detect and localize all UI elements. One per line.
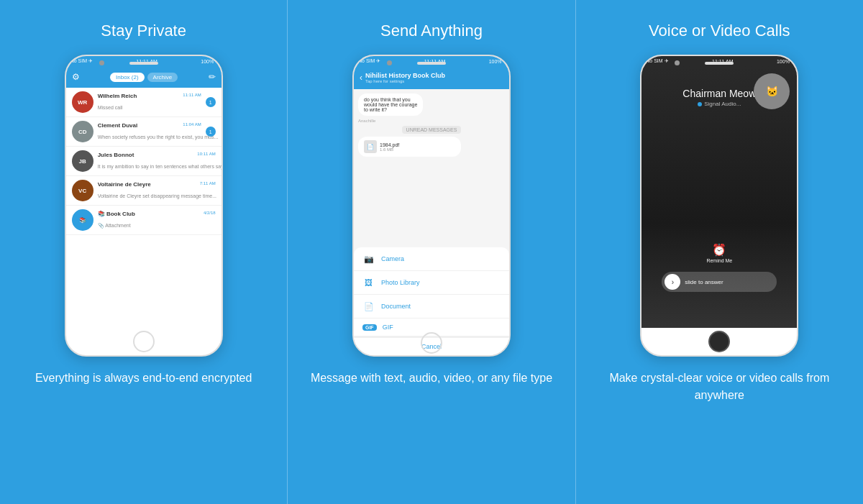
contact-name-1: Wilhelm Reich bbox=[98, 93, 137, 99]
panel1-title: Stay Private bbox=[101, 22, 186, 40]
inbox-row[interactable]: 📚 📚 Book Club 4/2/18 📎 Attachment bbox=[66, 206, 222, 235]
panel-stay-private: Stay Private No SIM ✈ 11:11 AM 100% ▪ ⚙ … bbox=[0, 0, 287, 504]
panel3-title: Voice or Video Calls bbox=[649, 22, 790, 40]
back-icon[interactable]: ‹ bbox=[360, 73, 362, 83]
file-icon: 📄 bbox=[364, 140, 377, 153]
status-right-3: 100% ▪ bbox=[777, 59, 793, 64]
photo-library-icon: 🖼 bbox=[362, 276, 375, 289]
row-content-1: Wilhelm Reich 11:11 AM Missed call bbox=[98, 93, 201, 112]
call-status: Signal Audio... bbox=[698, 101, 741, 107]
unread-divider: UNREAD MESSAGES bbox=[402, 126, 462, 134]
panel2-subtitle: Message with text, audio, video, or any … bbox=[311, 370, 552, 387]
contact-name-5: 📚 Book Club bbox=[98, 211, 135, 217]
contact-preview-1: Missed call bbox=[98, 105, 123, 110]
contact-name-4: Voltairine de Cleyre bbox=[98, 181, 151, 188]
badge-2: 1 bbox=[206, 127, 216, 137]
contact-time-2: 11:04 AM bbox=[183, 122, 201, 129]
contact-time-3: 10:11 AM bbox=[197, 152, 215, 158]
avatar-5: 📚 bbox=[72, 209, 93, 231]
action-photo-label: Photo Library bbox=[381, 279, 420, 286]
status-dot bbox=[698, 102, 702, 106]
inbox-tabs: Inbox (2) Archive bbox=[110, 73, 178, 82]
chat-name: Nihilist History Book Club bbox=[365, 72, 503, 79]
tab-inbox[interactable]: Inbox (2) bbox=[110, 73, 145, 82]
row-content-3: Jules Bonnot 10:11 AM It is my ambition … bbox=[98, 152, 216, 171]
phone-2: No SIM ✈ 11:11 AM 100% ▪ ‹ Nihilist Hist… bbox=[352, 55, 511, 357]
chat-title-area: Nihilist History Book Club Tap here for … bbox=[365, 72, 503, 83]
gif-badge: GIF bbox=[362, 324, 377, 331]
contact-preview-2: When society refuses you the right to ex… bbox=[98, 134, 219, 139]
call-screen: 🐱 Chairman Meow Signal Audio... ⏰ Remind… bbox=[641, 66, 797, 328]
panel-send-anything: Send Anything No SIM ✈ 11:11 AM 100% ▪ ‹… bbox=[287, 0, 575, 504]
action-camera[interactable]: 📷 Camera bbox=[354, 247, 509, 271]
panel1-subtitle: Everything is always end-to-end encrypte… bbox=[35, 370, 252, 387]
slide-button[interactable]: › bbox=[665, 274, 680, 290]
home-button-3[interactable] bbox=[708, 331, 730, 352]
phone-1: No SIM ✈ 11:11 AM 100% ▪ ⚙ Inbox (2) Arc… bbox=[65, 55, 223, 357]
panel3-subtitle: Make crystal-clear voice or video calls … bbox=[590, 370, 849, 404]
home-button-2[interactable] bbox=[421, 332, 442, 354]
slide-label: slide to answer bbox=[685, 279, 723, 285]
contact-name-2: Clement Duval bbox=[98, 122, 138, 129]
call-overlay: 🐱 Chairman Meow Signal Audio... ⏰ Remind… bbox=[641, 66, 797, 328]
status-right-2: 100% ▪ bbox=[489, 59, 505, 64]
remind-label: Remind Me bbox=[706, 258, 732, 263]
status-left-1: No SIM ✈ bbox=[70, 58, 93, 64]
panel2-title: Send Anything bbox=[380, 22, 483, 40]
alarm-icon: ⏰ bbox=[712, 243, 726, 257]
inbox-row[interactable]: JB Jules Bonnot 10:11 AM It is my ambiti… bbox=[66, 147, 222, 176]
contact-preview-3: It is my ambition to say in ten sentence… bbox=[98, 164, 222, 169]
settings-icon[interactable]: ⚙ bbox=[72, 72, 80, 82]
file-bubble: 📄 1984.pdf 1.6 MB bbox=[358, 137, 461, 157]
compose-icon[interactable]: ✏ bbox=[209, 72, 216, 82]
contact-preview-4: Voltairine de Cleyre set disappearing me… bbox=[98, 193, 216, 198]
inbox-header: ⚙ Inbox (2) Archive ✏ bbox=[66, 66, 222, 88]
caller-avatar: 🐱 bbox=[754, 73, 790, 109]
action-gif-label: GIF bbox=[383, 324, 393, 331]
row-content-4: Voltairine de Cleyre 7:11 AM Voltairine … bbox=[98, 181, 216, 201]
document-icon: 📄 bbox=[362, 300, 375, 313]
phone-3: No SIM ✈ 11:11 AM 100% ▪ 🐱 Chairman Meow… bbox=[640, 55, 798, 357]
call-status-label: Signal Audio... bbox=[704, 101, 741, 107]
contact-time-1: 11:11 AM bbox=[183, 93, 201, 99]
action-document[interactable]: 📄 Document bbox=[354, 295, 509, 319]
camera-icon: 📷 bbox=[362, 252, 375, 265]
chat-header: ‹ Nihilist History Book Club Tap here fo… bbox=[354, 66, 509, 89]
chat-bubble-received: do you think that youwould have the cour… bbox=[358, 93, 423, 116]
contact-preview-5: 📎 Attachment bbox=[98, 223, 131, 228]
panel-voice-video: Voice or Video Calls No SIM ✈ 11:11 AM 1… bbox=[576, 0, 863, 504]
tab-archive[interactable]: Archive bbox=[147, 73, 178, 82]
inbox-row[interactable]: VC Voltairine de Cleyre 7:11 AM Voltairi… bbox=[66, 176, 222, 206]
inbox-row[interactable]: WR Wilhelm Reich 11:11 AM Missed call 1 bbox=[66, 88, 222, 117]
attachment-label: Anachille bbox=[358, 119, 375, 123]
remind-me-section: ⏰ Remind Me bbox=[706, 243, 732, 263]
chat-subtitle: Tap here for settings bbox=[365, 79, 503, 83]
row-content-5: 📚 Book Club 4/2/18 📎 Attachment bbox=[98, 211, 216, 230]
slide-to-answer[interactable]: › slide to answer bbox=[662, 272, 777, 292]
inbox-row[interactable]: CD Clement Duval 11:04 AM When society r… bbox=[66, 117, 222, 147]
avatar-3: JB bbox=[72, 150, 93, 172]
action-photo-library[interactable]: 🖼 Photo Library bbox=[354, 271, 509, 295]
avatar-1: WR bbox=[72, 91, 93, 113]
contact-time-4: 7:11 AM bbox=[200, 181, 216, 188]
status-left-2: No SIM ✈ bbox=[358, 58, 380, 64]
action-camera-label: Camera bbox=[381, 255, 404, 262]
avatar-2: CD bbox=[72, 121, 93, 142]
home-button-1[interactable] bbox=[133, 331, 155, 352]
file-size: 1.6 MB bbox=[380, 147, 399, 152]
contact-time-5: 4/2/18 bbox=[204, 211, 216, 217]
inbox-list: WR Wilhelm Reich 11:11 AM Missed call 1 … bbox=[66, 88, 222, 328]
file-info: 1984.pdf 1.6 MB bbox=[380, 142, 399, 152]
status-right-1: 100% ▪ bbox=[201, 59, 216, 64]
status-left-3: No SIM ✈ bbox=[646, 58, 668, 64]
badge-1: 1 bbox=[206, 97, 216, 107]
caller-name: Chairman Meow bbox=[682, 88, 756, 99]
contact-name-3: Jules Bonnot bbox=[98, 152, 134, 158]
file-name: 1984.pdf bbox=[380, 142, 399, 147]
action-document-label: Document bbox=[381, 303, 411, 310]
avatar-4: VC bbox=[72, 180, 93, 201]
row-content-2: Clement Duval 11:04 AM When society refu… bbox=[98, 122, 201, 142]
